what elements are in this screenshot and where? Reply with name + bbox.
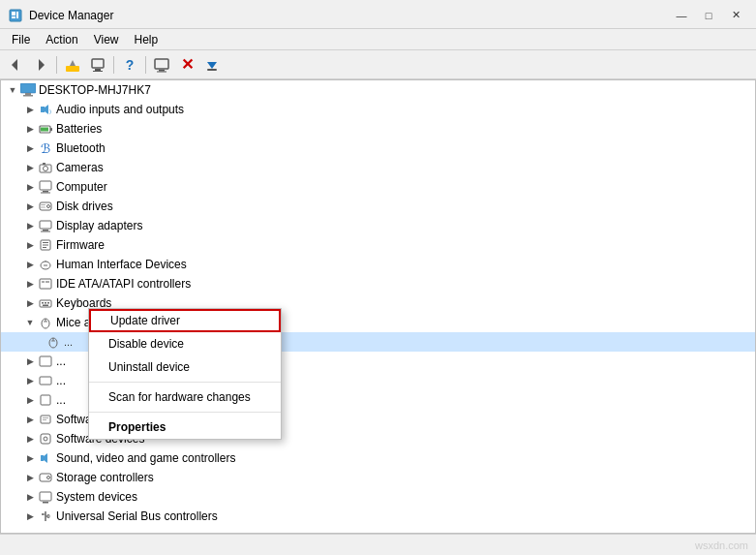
firmware-label: Firmware — [56, 235, 755, 255]
tree-item-audio[interactable]: ▶ ) Audio inputs and outputs — [1, 100, 755, 119]
tree-item-sound[interactable]: ▶ Sound, video and game controllers — [1, 448, 755, 468]
audio-icon: ) — [38, 102, 53, 117]
displayadapters-expand[interactable]: ▶ — [22, 218, 38, 233]
root-expand-icon[interactable]: ▼ — [5, 82, 20, 98]
computer-expand[interactable]: ▶ — [22, 179, 38, 195]
back-button[interactable] — [4, 54, 27, 76]
sd-expand[interactable]: ▶ — [22, 431, 38, 447]
tree-item-usb[interactable]: ▶ Universal Serial Bus controllers — [1, 507, 755, 526]
tree-item-hid[interactable]: ▶ Human Interface Devices — [1, 255, 755, 274]
tree-item-storage[interactable]: ▶ Storage controllers — [1, 468, 755, 487]
cameras-expand[interactable]: ▶ — [22, 160, 38, 175]
hid-expand[interactable]: ▶ — [22, 257, 38, 272]
svg-rect-65 — [43, 419, 46, 420]
forward-button[interactable] — [29, 54, 52, 76]
keyboards-expand[interactable]: ▶ — [22, 295, 38, 311]
mice-sub-icon — [45, 334, 61, 350]
svg-rect-52 — [47, 302, 49, 304]
svg-rect-1 — [12, 12, 15, 15]
svg-rect-40 — [43, 242, 48, 243]
context-menu-disable[interactable]: Disable device — [89, 332, 281, 355]
tree-item-ide[interactable]: ▶ IDE ATA/ATAPI controllers — [1, 274, 755, 293]
cameras-icon — [38, 160, 53, 175]
n3-expand[interactable]: ▶ — [22, 392, 38, 408]
svg-point-76 — [42, 513, 44, 515]
svg-rect-73 — [43, 502, 48, 504]
batteries-expand[interactable]: ▶ — [22, 121, 38, 137]
system-label: System devices — [56, 487, 755, 507]
svg-rect-64 — [43, 417, 48, 418]
device-tree[interactable]: ▼ DESKTOP-MHJ7HK7 ▶ ) Audio inpu — [0, 79, 756, 534]
svg-rect-10 — [93, 71, 103, 72]
svg-rect-34 — [41, 204, 45, 205]
audio-expand[interactable]: ▶ — [22, 102, 38, 117]
minimize-button[interactable]: — — [669, 7, 694, 24]
context-menu-update-driver[interactable]: Update driver — [89, 309, 281, 332]
sound-expand[interactable]: ▶ — [22, 450, 38, 466]
svg-point-27 — [44, 167, 48, 171]
show-hidden-button[interactable] — [150, 54, 173, 76]
scan-button[interactable] — [200, 54, 224, 76]
close-button[interactable]: ✕ — [723, 7, 748, 24]
svg-rect-66 — [41, 434, 50, 444]
svg-rect-12 — [159, 70, 165, 72]
mice-expand[interactable]: ▼ — [22, 315, 38, 330]
menu-view[interactable]: View — [86, 31, 127, 48]
help-button[interactable]: ? — [118, 54, 141, 76]
n2-expand[interactable]: ▶ — [22, 373, 38, 388]
firmware-expand[interactable]: ▶ — [22, 237, 38, 253]
status-bar: wsxdn.com — [0, 534, 756, 555]
bluetooth-icon: ℬ — [38, 140, 53, 156]
tree-item-diskdrives[interactable]: ▶ Disk drives — [1, 197, 755, 216]
svg-rect-68 — [41, 455, 44, 461]
mice-sub-expand — [38, 334, 45, 350]
svg-marker-69 — [44, 453, 47, 463]
tree-item-firmware[interactable]: ▶ Firmware — [1, 235, 755, 255]
svg-rect-16 — [20, 83, 36, 93]
toolbar: ? ✕ — [0, 50, 756, 79]
svg-rect-60 — [40, 356, 51, 366]
context-menu-uninstall[interactable]: Uninstall device — [89, 355, 281, 379]
maximize-button[interactable]: □ — [696, 7, 721, 24]
tree-root[interactable]: ▼ DESKTOP-MHJ7HK7 — [1, 80, 755, 100]
menu-help[interactable]: Help — [127, 31, 166, 48]
tree-item-system[interactable]: ▶ System devices — [1, 487, 755, 507]
uninstall-button[interactable]: ✕ — [175, 54, 198, 76]
svg-marker-4 — [12, 59, 17, 71]
storage-expand[interactable]: ▶ — [22, 470, 38, 485]
displayadapters-icon — [38, 218, 53, 233]
svg-point-33 — [47, 205, 50, 208]
n1-expand[interactable]: ▶ — [22, 354, 38, 369]
bluetooth-expand[interactable]: ▶ — [22, 140, 38, 156]
menu-action[interactable]: Action — [38, 31, 85, 48]
menu-file[interactable]: File — [4, 31, 38, 48]
tree-item-cameras[interactable]: ▶ Cameras — [1, 158, 755, 177]
svg-rect-51 — [45, 302, 46, 304]
svg-rect-41 — [43, 245, 48, 246]
tree-item-batteries[interactable]: ▶ Batteries — [1, 119, 755, 139]
svg-rect-35 — [41, 207, 45, 208]
svg-rect-48 — [45, 281, 49, 283]
context-menu-properties[interactable]: Properties — [89, 416, 281, 439]
tree-item-bluetooth[interactable]: ▶ ℬ Bluetooth — [1, 139, 755, 158]
tree-item-computer[interactable]: ▶ Computer — [1, 177, 755, 197]
svg-marker-5 — [39, 59, 45, 71]
firmware-icon — [38, 237, 53, 253]
svg-rect-19 — [41, 107, 45, 112]
system-expand[interactable]: ▶ — [22, 489, 38, 505]
batteries-label: Batteries — [56, 119, 755, 139]
diskdrives-expand[interactable]: ▶ — [22, 199, 38, 214]
root-computer-icon — [20, 82, 36, 98]
svg-rect-50 — [42, 302, 44, 304]
ide-expand[interactable]: ▶ — [22, 276, 38, 292]
svg-rect-29 — [40, 181, 51, 190]
computer-button[interactable] — [86, 54, 109, 76]
context-menu-scan[interactable]: Scan for hardware changes — [89, 385, 281, 409]
batteries-icon — [38, 121, 53, 137]
svg-rect-62 — [41, 395, 50, 405]
usb-expand[interactable]: ▶ — [22, 509, 38, 524]
sc-expand[interactable]: ▶ — [22, 412, 38, 427]
upfolder-button[interactable] — [61, 54, 84, 76]
usb-label: Universal Serial Bus controllers — [56, 507, 755, 526]
tree-item-displayadapters[interactable]: ▶ Display adapters — [1, 216, 755, 235]
